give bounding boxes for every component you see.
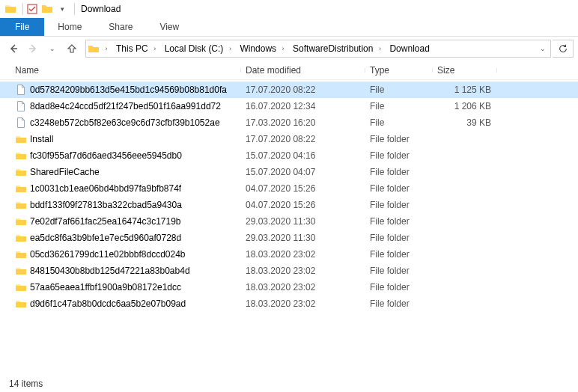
file-name: c3248eb572cb5f82e63ce9c6d73cfbf39b1052ae — [30, 117, 220, 128]
file-row[interactable]: 7e02df7af661fac25ea16474c3c1719b29.03.20… — [0, 213, 578, 230]
breadcrumb-chevron-icon[interactable]: › — [150, 45, 160, 52]
file-type: File folder — [365, 150, 433, 161]
file-row[interactable]: 1c0031cb1eae06bd4bbd97fa9bfb874f04.07.20… — [0, 180, 578, 197]
file-row[interactable]: bddf133f09f27813ba322cbad5a9430a04.07.20… — [0, 197, 578, 213]
file-row[interactable]: d9d6f1c47ab8b0dcdc6aa5b2e07b09ad18.03.20… — [0, 295, 578, 312]
file-row[interactable]: 57aa65eaea1ffbf1900a9b08172e1dcc18.03.20… — [0, 279, 578, 295]
address-bar[interactable]: › This PC›Local Disk (C:)›Windows›Softwa… — [85, 40, 551, 58]
file-date: 18.03.2020 23:02 — [241, 266, 365, 276]
qat-divider-2 — [74, 3, 75, 15]
title-bar: ▾ Download — [0, 0, 578, 18]
file-type: File folder — [365, 233, 433, 243]
file-row[interactable]: 0d57824209bb613d5e415bd1c94569b08b81d0fa… — [0, 82, 578, 98]
breadcrumb-chevron-icon[interactable]: › — [278, 45, 288, 52]
file-type: File — [365, 117, 433, 128]
breadcrumb-segment[interactable]: SoftwareDistribution — [288, 40, 374, 57]
file-date: 15.07.2020 04:16 — [241, 150, 365, 161]
file-icon — [15, 100, 27, 112]
qat-properties-icon[interactable] — [26, 3, 38, 15]
column-header-name[interactable]: Name — [10, 65, 241, 76]
file-type: File — [365, 85, 433, 95]
file-name: 57aa65eaea1ffbf1900a9b08172e1dcc — [30, 282, 181, 293]
tab-view[interactable]: View — [146, 18, 192, 36]
column-header-date[interactable]: Date modified — [241, 65, 365, 76]
file-date: 18.03.2020 23:02 — [241, 298, 365, 309]
column-header-type[interactable]: Type — [365, 65, 433, 76]
file-type: File folder — [365, 249, 433, 260]
file-row[interactable]: 05cd36261799dc11e02bbbf8dccd024b18.03.20… — [0, 246, 578, 263]
column-headers: Name Date modified Type Size — [0, 61, 578, 80]
file-name: SharedFileCache — [30, 167, 100, 177]
file-list: 0d57824209bb613d5e415bd1c94569b08b81d0fa… — [0, 80, 578, 312]
file-icon — [15, 117, 27, 129]
file-type: File folder — [365, 298, 433, 309]
file-date: 17.07.2020 08:22 — [241, 85, 365, 95]
file-name: 848150430b8bdb125d47221a83b0ab4d — [30, 266, 190, 276]
file-type: File folder — [365, 216, 433, 227]
file-row[interactable]: SharedFileCache15.07.2020 04:07File fold… — [0, 164, 578, 180]
up-button[interactable] — [63, 40, 81, 58]
breadcrumb-chevron-icon[interactable]: › — [225, 45, 235, 52]
file-icon — [15, 84, 27, 96]
file-size: 39 KB — [433, 117, 497, 128]
breadcrumb-segment[interactable]: This PC — [112, 40, 150, 57]
folder-icon — [15, 150, 27, 162]
back-button[interactable] — [4, 40, 22, 58]
file-date: 04.07.2020 15:26 — [241, 183, 365, 194]
refresh-button[interactable] — [553, 40, 574, 58]
file-date: 04.07.2020 15:26 — [241, 200, 365, 210]
qat-new-folder-icon[interactable] — [41, 3, 53, 15]
tab-file[interactable]: File — [0, 18, 44, 36]
file-type: File folder — [365, 134, 433, 144]
file-name: Install — [30, 134, 53, 144]
file-row[interactable]: Install17.07.2020 08:22File folder — [0, 131, 578, 147]
file-name: d9d6f1c47ab8b0dcdc6aa5b2e07b09ad — [30, 298, 186, 309]
folder-icon — [15, 183, 27, 195]
file-type: File folder — [365, 200, 433, 210]
file-size: 1 125 KB — [433, 85, 497, 95]
file-name: 1c0031cb1eae06bd4bbd97fa9bfb874f — [30, 183, 181, 194]
nav-bar: ⌄ › This PC›Local Disk (C:)›Windows›Soft… — [0, 37, 578, 61]
file-type: File folder — [365, 282, 433, 293]
recent-locations-chevron-icon[interactable]: ⌄ — [43, 40, 61, 58]
file-type: File folder — [365, 167, 433, 177]
file-date: 17.03.2020 16:20 — [241, 117, 365, 128]
column-header-size[interactable]: Size — [433, 65, 497, 76]
file-name: 8dad8e4c24ccd5df21f247bed501f16aa991dd72 — [30, 101, 221, 111]
breadcrumb-segment[interactable]: Local Disk (C:) — [160, 40, 225, 57]
file-date: 17.07.2020 08:22 — [241, 134, 365, 144]
file-size: 1 206 KB — [433, 101, 497, 111]
file-date: 18.03.2020 23:02 — [241, 249, 365, 260]
address-folder-icon — [86, 43, 101, 55]
breadcrumb-segment[interactable]: Download — [385, 40, 431, 57]
folder-icon — [15, 215, 27, 227]
breadcrumb-root-chevron-icon[interactable]: › — [101, 45, 112, 52]
qat-customize-chevron-icon[interactable]: ▾ — [56, 3, 68, 15]
folder-icon — [15, 298, 27, 310]
file-row[interactable]: 8dad8e4c24ccd5df21f247bed501f16aa991dd72… — [0, 98, 578, 114]
tab-share[interactable]: Share — [95, 18, 146, 36]
tab-home[interactable]: Home — [44, 18, 95, 36]
file-type: File folder — [365, 183, 433, 194]
file-row[interactable]: ea5dc8f6a3b9bfe1e7ec5d960af0728d29.03.20… — [0, 230, 578, 246]
file-row[interactable]: c3248eb572cb5f82e63ce9c6d73cfbf39b1052ae… — [0, 114, 578, 131]
folder-icon — [15, 166, 27, 178]
file-name: fc30f955af7d6d6aed3456eee5945db0 — [30, 150, 182, 161]
file-name: ea5dc8f6a3b9bfe1e7ec5d960af0728d — [30, 233, 181, 243]
file-name: 0d57824209bb613d5e415bd1c94569b08b81d0fa — [30, 85, 227, 95]
address-dropdown-chevron-icon[interactable]: ⌄ — [535, 45, 550, 52]
forward-button[interactable] — [24, 40, 42, 58]
breadcrumb-segment[interactable]: Windows — [235, 40, 278, 57]
file-name: 7e02df7af661fac25ea16474c3c1719b — [30, 216, 181, 227]
app-folder-icon — [4, 3, 16, 15]
file-date: 18.03.2020 23:02 — [241, 282, 365, 293]
file-type: File — [365, 101, 433, 111]
folder-icon — [15, 281, 27, 293]
file-row[interactable]: 848150430b8bdb125d47221a83b0ab4d18.03.20… — [0, 263, 578, 279]
file-row[interactable]: fc30f955af7d6d6aed3456eee5945db015.07.20… — [0, 147, 578, 164]
file-name: 05cd36261799dc11e02bbbf8dccd024b — [30, 249, 186, 260]
breadcrumb-chevron-icon[interactable]: › — [374, 45, 385, 52]
file-date: 29.03.2020 11:30 — [241, 216, 365, 227]
file-type: File folder — [365, 266, 433, 276]
status-bar: 14 items — [9, 379, 43, 389]
